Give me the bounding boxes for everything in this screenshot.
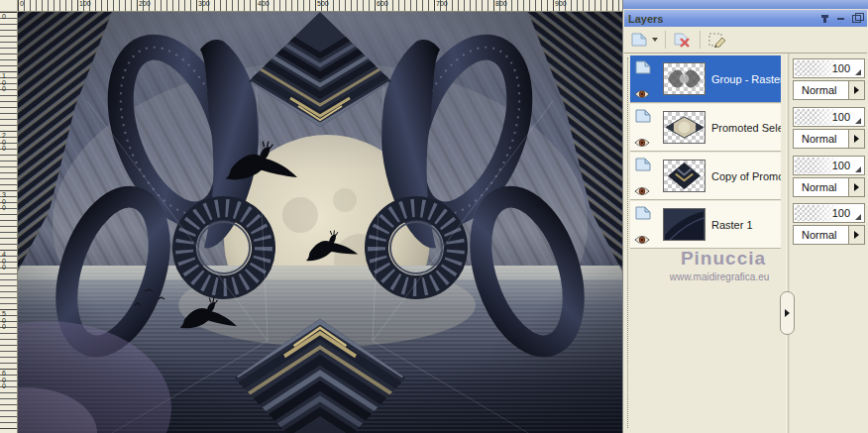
delete-layer-button[interactable] xyxy=(671,30,695,51)
column-divider[interactable] xyxy=(783,54,792,433)
opacity-slider-handle[interactable] xyxy=(855,118,861,124)
image-canvas[interactable] xyxy=(18,12,622,433)
layer-type-icon xyxy=(634,157,652,176)
opacity-value: 100 xyxy=(832,207,850,219)
layer-type-icon xyxy=(634,205,652,225)
visibility-eye-icon[interactable] xyxy=(634,231,650,249)
opacity-value: 100 xyxy=(832,111,850,123)
layer-thumbnail[interactable] xyxy=(663,160,705,192)
layer-type-icon xyxy=(634,59,652,79)
blend-dropdown-button[interactable] xyxy=(848,81,864,99)
watermark-name: Pinuccia xyxy=(664,248,783,270)
right-arrow-icon xyxy=(854,86,859,94)
opacity-value: 100 xyxy=(832,160,850,171)
new-layer-icon xyxy=(630,32,648,48)
layer-name[interactable]: Promoted Selection xyxy=(711,122,781,134)
watermark-url: www.maidiregrafica.eu xyxy=(650,271,789,282)
visibility-eye-icon[interactable] xyxy=(634,85,650,103)
blend-mode-value: Normal xyxy=(802,181,836,193)
edit-selection-icon xyxy=(707,32,727,49)
layer-type-icon xyxy=(634,108,652,128)
blend-mode-dropdown[interactable]: Normal xyxy=(793,80,865,100)
layer-name[interactable]: Group - Raster 2 xyxy=(711,73,781,85)
opacity-value: 100 xyxy=(832,62,850,74)
opacity-slider[interactable]: 100 xyxy=(793,203,865,223)
layer-row-promoted-selection[interactable]: Promoted Selection xyxy=(630,104,781,152)
palette-title: Layers xyxy=(628,13,815,25)
opacity-slider[interactable]: 100 xyxy=(793,156,865,175)
opacity-slider[interactable]: 100 xyxy=(793,58,865,78)
blend-dropdown-button[interactable] xyxy=(848,178,864,196)
right-arrow-icon xyxy=(854,231,859,239)
column-grip[interactable] xyxy=(627,57,629,428)
pin-icon[interactable] xyxy=(818,13,831,24)
right-arrow-icon xyxy=(854,183,859,191)
ruler-corner xyxy=(0,0,18,12)
blend-mode-dropdown[interactable]: Normal xyxy=(793,129,865,149)
layers-palette: Layers xyxy=(622,0,868,433)
blend-mode-value: Normal xyxy=(802,229,836,241)
edit-selection-button[interactable] xyxy=(705,30,729,51)
blend-dropdown-button[interactable] xyxy=(848,226,864,244)
blend-mode-value: Normal xyxy=(802,133,836,145)
blend-dropdown-button[interactable] xyxy=(848,130,864,148)
new-layer-button[interactable] xyxy=(628,30,660,50)
visibility-eye-icon[interactable] xyxy=(634,134,650,152)
new-layer-dropdown-icon[interactable] xyxy=(652,38,658,42)
background-palette-titlebar[interactable] xyxy=(623,0,868,10)
layers-list: Group - Raster 2 Promoted Selection xyxy=(624,53,867,433)
blend-mode-dropdown[interactable]: Normal xyxy=(793,177,865,197)
app-window: 0100200300400500600700800900 01 0 02 0 0… xyxy=(0,0,868,433)
layer-name[interactable]: Copy of Promoted S xyxy=(711,170,781,182)
layer-row-group-raster-2[interactable]: Group - Raster 2 xyxy=(630,55,781,103)
artwork xyxy=(18,12,622,433)
divider-collapse-handle[interactable] xyxy=(780,291,795,335)
layer-name[interactable]: Raster 1 xyxy=(711,219,781,231)
blend-mode-value: Normal xyxy=(802,84,836,96)
restore-icon[interactable] xyxy=(850,13,863,24)
layer-thumbnail[interactable] xyxy=(663,111,705,144)
layer-thumbnail[interactable] xyxy=(663,208,705,241)
horizontal-ruler: 0100200300400500600700800900 xyxy=(18,0,622,12)
layers-titlebar[interactable]: Layers xyxy=(624,10,867,27)
minimize-icon[interactable] xyxy=(834,13,847,24)
layer-row-raster-1[interactable]: Raster 1 xyxy=(630,201,781,249)
right-arrow-icon xyxy=(854,135,859,143)
opacity-slider-handle[interactable] xyxy=(855,69,861,75)
opacity-slider-handle[interactable] xyxy=(855,166,861,172)
blend-mode-dropdown[interactable]: Normal xyxy=(793,225,865,245)
layer-row-copy-of-promoted[interactable]: Copy of Promoted S xyxy=(630,153,781,200)
layer-thumbnail[interactable] xyxy=(663,62,705,95)
vertical-ruler: 01 0 02 0 03 0 04 0 05 0 06 0 0 xyxy=(0,12,18,433)
opacity-slider[interactable]: 100 xyxy=(793,107,865,127)
visibility-eye-icon[interactable] xyxy=(634,182,650,200)
layers-toolbar xyxy=(624,27,867,53)
delete-layer-icon xyxy=(673,32,693,49)
opacity-slider-handle[interactable] xyxy=(855,214,861,220)
